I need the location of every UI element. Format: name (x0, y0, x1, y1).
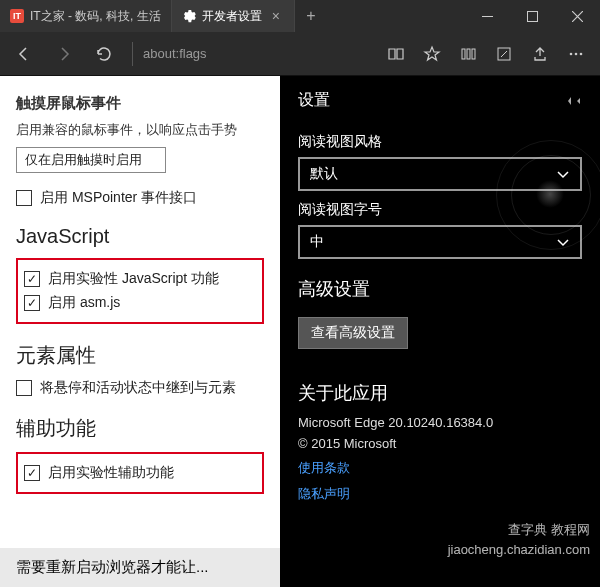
svg-point-8 (580, 52, 583, 55)
address-bar[interactable]: about:flags (132, 42, 374, 66)
content-area: 触摸屏鼠标事件 启用兼容的鼠标事件，以响应点击手势 仅在启用触摸时启用 启用 M… (0, 76, 600, 587)
section-touch-heading: 触摸屏鼠标事件 (16, 94, 264, 113)
ithome-favicon-icon: IT (10, 9, 24, 23)
svg-rect-2 (462, 49, 465, 59)
forward-button[interactable] (46, 36, 82, 72)
refresh-button[interactable] (86, 36, 122, 72)
checkbox-checked-icon: ✓ (24, 295, 40, 311)
watermark-line1: 查字典 教程网 (448, 520, 590, 540)
favorites-button[interactable] (414, 36, 450, 72)
tab-label: IT之家 - 数码, 科技, 生活 (30, 8, 161, 25)
svg-rect-4 (472, 49, 475, 59)
pin-icon[interactable] (568, 94, 582, 108)
flags-pane: 触摸屏鼠标事件 启用兼容的鼠标事件，以响应点击手势 仅在启用触摸时启用 启用 M… (0, 76, 280, 587)
touch-desc: 启用兼容的鼠标事件，以响应点击手势 (16, 121, 264, 139)
more-button[interactable] (558, 36, 594, 72)
section-element-attrs-heading: 元素属性 (16, 342, 264, 369)
gear-icon (182, 9, 196, 23)
reading-view-button[interactable] (378, 36, 414, 72)
asmjs-label: 启用 asm.js (48, 294, 120, 312)
mspointer-label: 启用 MSPointer 事件接口 (40, 189, 197, 207)
watermark-text: 查字典 教程网 jiaocheng.chazidian.com (448, 520, 590, 559)
back-button[interactable] (6, 36, 42, 72)
terms-link[interactable]: 使用条款 (298, 459, 582, 477)
checkbox-checked-icon: ✓ (24, 271, 40, 287)
copyright-text: © 2015 Microsoft (298, 436, 582, 451)
touch-select[interactable]: 仅在启用触摸时启用 (16, 147, 166, 173)
section-accessibility-heading: 辅助功能 (16, 415, 264, 442)
close-window-button[interactable] (555, 0, 600, 32)
view-advanced-button[interactable]: 查看高级设置 (298, 317, 408, 349)
reading-font-select[interactable]: 中 (298, 225, 582, 259)
window-titlebar: IT IT之家 - 数码, 科技, 生活 开发者设置 × + (0, 0, 600, 32)
checkbox-checked-icon: ✓ (24, 465, 40, 481)
tab-label: 开发者设置 (202, 8, 262, 25)
restart-notice: 需要重新启动浏览器才能让... (0, 548, 280, 587)
browser-toolbar: about:flags (0, 32, 600, 76)
new-tab-button[interactable]: + (295, 0, 327, 32)
highlight-accessibility: ✓ 启用实验性辅助功能 (16, 452, 264, 494)
relay-label: 将悬停和活动状态中继到与元素 (40, 379, 236, 397)
reading-font-label: 阅读视图字号 (298, 201, 582, 219)
touch-select-value: 仅在启用触摸时启用 (25, 152, 142, 167)
version-text: Microsoft Edge 20.10240.16384.0 (298, 415, 582, 430)
chevron-down-icon (556, 235, 570, 249)
section-javascript-heading: JavaScript (16, 225, 264, 248)
reading-style-label: 阅读视图风格 (298, 133, 582, 151)
settings-panel-title: 设置 (298, 90, 330, 111)
minimize-button[interactable] (465, 0, 510, 32)
webnote-button[interactable] (486, 36, 522, 72)
checkbox-unchecked-icon (16, 190, 32, 206)
checkbox-unchecked-icon (16, 380, 32, 396)
tab-ithome[interactable]: IT IT之家 - 数码, 科技, 生活 (0, 0, 172, 32)
highlight-javascript: ✓ 启用实验性 JavaScript 功能 ✓ 启用 asm.js (16, 258, 264, 324)
privacy-link[interactable]: 隐私声明 (298, 485, 582, 503)
chevron-down-icon (556, 167, 570, 181)
svg-point-7 (575, 52, 578, 55)
asmjs-option[interactable]: ✓ 启用 asm.js (24, 294, 256, 312)
reading-style-select[interactable]: 默认 (298, 157, 582, 191)
tab-developer-settings[interactable]: 开发者设置 × (172, 0, 295, 32)
svg-rect-1 (528, 11, 538, 21)
js-experimental-option[interactable]: ✓ 启用实验性 JavaScript 功能 (24, 270, 256, 288)
reading-font-value: 中 (310, 233, 324, 251)
settings-pane: 设置 阅读视图风格 默认 阅读视图字号 中 高级设置 查看高级设置 关于此应用 … (280, 76, 600, 587)
svg-point-6 (570, 52, 573, 55)
accessibility-experimental-option[interactable]: ✓ 启用实验性辅助功能 (24, 464, 256, 482)
about-heading: 关于此应用 (298, 381, 582, 405)
close-icon[interactable]: × (268, 8, 284, 24)
reading-style-value: 默认 (310, 165, 338, 183)
svg-rect-0 (482, 16, 493, 17)
titlebar-spacer (327, 0, 465, 32)
advanced-settings-heading: 高级设置 (298, 277, 582, 301)
mspointer-option[interactable]: 启用 MSPointer 事件接口 (16, 189, 264, 207)
svg-rect-3 (467, 49, 470, 59)
accessibility-experimental-label: 启用实验性辅助功能 (48, 464, 174, 482)
relay-option[interactable]: 将悬停和活动状态中继到与元素 (16, 379, 264, 397)
watermark-line2: jiaocheng.chazidian.com (448, 540, 590, 560)
hub-button[interactable] (450, 36, 486, 72)
share-button[interactable] (522, 36, 558, 72)
maximize-button[interactable] (510, 0, 555, 32)
js-experimental-label: 启用实验性 JavaScript 功能 (48, 270, 219, 288)
